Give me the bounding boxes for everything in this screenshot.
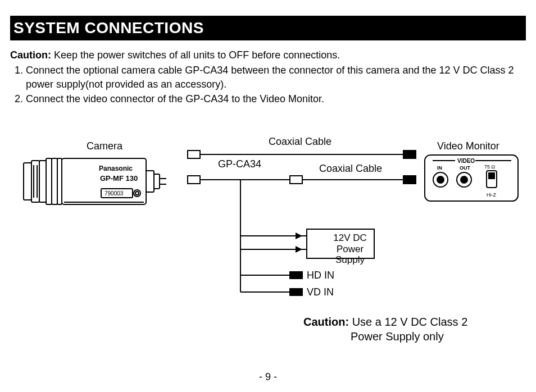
coax-label-1: Coaxial Cable <box>269 136 331 148</box>
svg-marker-32 <box>296 233 302 239</box>
camera-serial-text: 790003 <box>105 190 124 197</box>
video-monitor-label: Video Monitor <box>437 140 499 152</box>
svg-rect-19 <box>403 151 416 158</box>
svg-point-41 <box>461 176 467 183</box>
svg-rect-17 <box>188 151 200 158</box>
psu-label: 12V DC Power Supply <box>322 233 378 266</box>
step-1: Connect the optional camera cable GP-CA3… <box>26 63 526 92</box>
top-caution: Caution: Keep the power switches of all … <box>10 48 526 62</box>
svg-rect-29 <box>290 272 302 279</box>
svg-rect-1 <box>31 161 39 202</box>
psu-arrows <box>296 233 302 253</box>
camera-label: Camera <box>87 140 122 152</box>
out-label: OUT <box>460 165 471 171</box>
manual-page: SYSTEM CONNECTIONS Caution: Keep the pow… <box>0 0 536 392</box>
in-label: IN <box>437 165 442 171</box>
svg-rect-20 <box>188 176 200 184</box>
section-title-bar: SYSTEM CONNECTIONS <box>10 16 526 40</box>
svg-rect-22 <box>290 176 302 184</box>
step-2: Connect the video connector of the GP-CA… <box>26 92 526 106</box>
camera-model-text: GP-MF 130 <box>100 174 138 183</box>
camera-icon <box>24 158 166 204</box>
svg-rect-0 <box>24 163 31 200</box>
body-text: Caution: Keep the power switches of all … <box>10 48 526 106</box>
coax-lower <box>188 176 416 184</box>
steps-list: Connect the optional camera cable GP-CA3… <box>26 63 526 106</box>
camera-brand-text: Panasonic <box>99 165 133 172</box>
svg-rect-5 <box>46 158 52 204</box>
page-number: - 9 - <box>0 371 536 383</box>
video-label: VIDEO <box>457 158 475 164</box>
svg-rect-9 <box>146 171 154 192</box>
bottom-caution: Caution: Use a 12 V DC Class 2 Power Sup… <box>303 314 467 344</box>
section-title: SYSTEM CONNECTIONS <box>13 19 204 37</box>
svg-point-15 <box>134 190 140 197</box>
connection-diagram: Panasonic GP-MF 130 790003 <box>10 124 526 331</box>
caution-label: Caution: <box>10 49 51 61</box>
svg-rect-43 <box>489 173 494 179</box>
svg-rect-31 <box>290 289 302 295</box>
svg-rect-7 <box>57 158 62 204</box>
svg-point-16 <box>135 192 139 195</box>
caution2-line1: Use a 12 V DC Class 2 <box>349 316 467 328</box>
svg-rect-4 <box>39 161 46 202</box>
ohm-label: 75 Ω <box>484 164 496 170</box>
hiz-label: Hi-Z <box>487 192 496 198</box>
svg-point-39 <box>437 176 444 183</box>
hd-in-label: HD IN <box>307 270 334 281</box>
svg-rect-6 <box>52 158 57 204</box>
svg-rect-10 <box>154 174 160 189</box>
coax-label-2: Coaxial Cable <box>319 163 382 175</box>
svg-rect-24 <box>403 176 416 184</box>
caution2-label: Caution: <box>303 316 349 328</box>
svg-marker-33 <box>296 246 302 253</box>
vd-in-label: VD IN <box>307 286 334 298</box>
caution2-line2: Power Supply only <box>351 329 444 344</box>
caution-text: Keep the power switches of all units to … <box>51 49 340 61</box>
gp-ca34-label: GP-CA34 <box>218 158 261 170</box>
coax-upper <box>188 151 416 158</box>
